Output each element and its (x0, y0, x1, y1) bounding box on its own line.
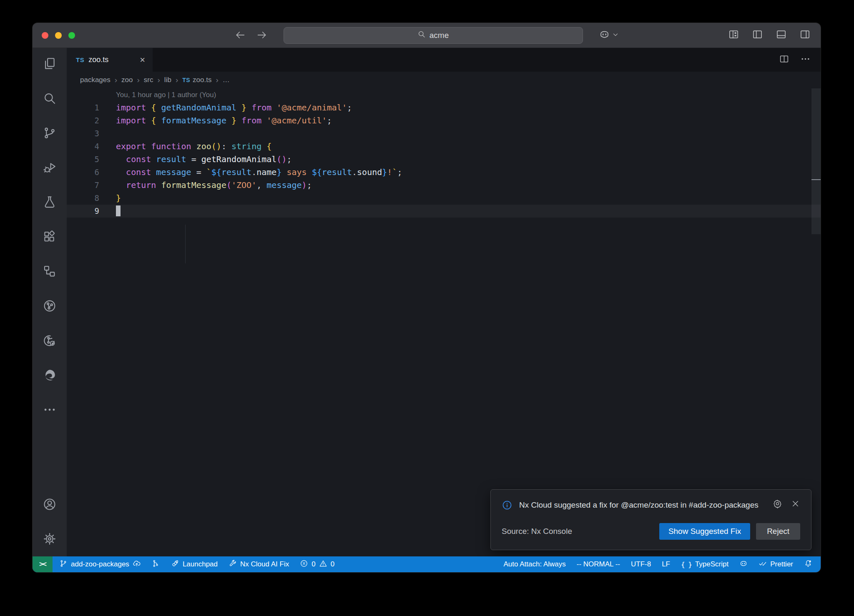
editor-more-actions-button[interactable] (800, 54, 811, 66)
explorer-icon (43, 57, 57, 73)
activity-bar (33, 48, 67, 556)
line-number: 2 (67, 114, 99, 127)
activity-item-testing[interactable] (42, 195, 57, 210)
forward-button[interactable] (256, 29, 269, 42)
status-eol[interactable]: LF (662, 560, 670, 568)
breadcrumb: packages›zoo›src›lib›TSzoo.ts›… (67, 72, 821, 88)
status-prettier[interactable]: Prettier (759, 559, 793, 570)
toggle-primary-sidebar-button[interactable] (752, 29, 763, 42)
activity-item-source-control[interactable] (42, 126, 57, 141)
title-bar: acme (33, 23, 821, 48)
run-debug-icon (43, 160, 57, 176)
status-text: Nx Cloud AI Fix (240, 560, 289, 568)
line-content[interactable]: export function zoo(): string { (99, 140, 271, 153)
activity-item-hierarchy[interactable] (42, 265, 57, 280)
code-line-6: 6 const message = `${result.name} says $… (67, 166, 821, 179)
code-line-5: 5 const result = getRandomAnimal(); (67, 153, 821, 166)
activity-item-more[interactable] (42, 403, 57, 418)
line-number: 7 (67, 179, 99, 192)
activity-item-gitlens[interactable] (42, 334, 57, 349)
source-control-icon (43, 126, 57, 142)
split-editor-button[interactable] (779, 54, 789, 66)
status-encoding[interactable]: UTF-8 (631, 560, 651, 568)
line-content[interactable] (99, 127, 116, 140)
activity-item-edge[interactable] (42, 368, 57, 383)
status-language-typescript[interactable]: { }TypeScript (681, 560, 728, 568)
breadcrumb-overflow[interactable]: … (223, 76, 231, 84)
code-line-7: 7 return formatMessage('ZOO', message); (67, 179, 821, 192)
line-content[interactable]: const result = getRandomAnimal(); (99, 153, 291, 166)
line-number: 3 (67, 127, 99, 140)
notification-source: Source: Nx Console (502, 527, 572, 536)
status-nx-cloud-ai-fix[interactable]: Nx Cloud AI Fix (229, 559, 289, 570)
line-content[interactable]: import { formatMessage } from '@acme/uti… (99, 114, 332, 127)
line-content[interactable]: const message = `${result.name} says ${r… (99, 166, 402, 179)
notification-message: Nx Cloud suggested a fix for @acme/zoo:t… (519, 499, 763, 511)
tab-bar: TS zoo.ts × (67, 48, 821, 72)
show-suggested-fix-button[interactable]: Show Suggested Fix (659, 523, 750, 540)
copilot-icon (599, 29, 610, 42)
breadcrumb-item-zoo[interactable]: zoo (121, 76, 133, 84)
editor: packages›zoo›src›lib›TSzoo.ts›… You, 1 h… (67, 72, 821, 556)
activity-item-run-debug[interactable] (42, 161, 57, 176)
nx-console-icon (43, 299, 57, 315)
traffic-lights (42, 32, 75, 39)
status-notifications[interactable] (804, 559, 812, 570)
command-center-search[interactable]: acme (284, 27, 583, 44)
breadcrumb-item-src[interactable]: src (144, 76, 153, 84)
line-content[interactable]: import { getRandomAnimal } from '@acme/a… (99, 101, 352, 114)
code-line-9: 9 (67, 205, 821, 218)
breadcrumb-item-packages[interactable]: packages (80, 76, 111, 84)
toggle-secondary-sidebar-button[interactable] (799, 29, 811, 42)
tab-close-button[interactable]: × (140, 55, 145, 65)
line-number: 5 (67, 153, 99, 166)
line-content[interactable]: return formatMessage('ZOO', message); (99, 179, 312, 192)
status-problems[interactable]: 00 (300, 559, 334, 570)
status-vim-mode[interactable]: -- NORMAL -- (577, 560, 620, 568)
edge-icon (43, 368, 57, 384)
reject-button[interactable]: Reject (756, 523, 800, 540)
activity-item-search[interactable] (42, 92, 57, 107)
status-source-control-graph[interactable] (152, 559, 160, 570)
copilot-icon (739, 559, 748, 570)
typescript-file-icon: TS (76, 56, 84, 63)
copilot-menu[interactable] (599, 29, 619, 42)
notification-settings-gear-icon[interactable] (773, 499, 782, 510)
customize-layout-button[interactable] (728, 29, 739, 42)
tab-label: zoo.ts (88, 55, 108, 64)
breadcrumb-item-file[interactable]: TSzoo.ts (182, 76, 211, 84)
editor-scrollbar[interactable] (811, 88, 821, 234)
code-line-4: 4export function zoo(): string { (67, 140, 821, 153)
remote-indicator[interactable]: >< (33, 556, 53, 572)
activity-item-settings[interactable] (42, 532, 57, 547)
status-branch[interactable]: add-zoo-packages (59, 559, 141, 570)
breadcrumb-item-lib[interactable]: lib (164, 76, 171, 84)
status-launchpad[interactable]: Launchpad (171, 559, 218, 570)
status-text: TypeScript (695, 560, 728, 568)
status-auto-attach[interactable]: Auto Attach: Always (503, 560, 565, 568)
notification-close-icon[interactable] (791, 499, 800, 510)
activity-item-extensions[interactable] (42, 230, 57, 245)
toggle-panel-button[interactable] (776, 29, 787, 42)
activity-item-explorer[interactable] (42, 57, 57, 72)
tab-zoo-ts[interactable]: TS zoo.ts × (67, 48, 153, 72)
status-copilot[interactable] (739, 559, 748, 570)
line-content[interactable] (99, 205, 121, 218)
testing-icon (43, 195, 57, 211)
close-window-button[interactable] (42, 32, 48, 39)
line-content[interactable]: } (99, 192, 121, 205)
minimize-window-button[interactable] (55, 32, 62, 39)
error-circle-icon (300, 559, 308, 570)
code-line-3: 3 (67, 127, 821, 140)
back-button[interactable] (234, 29, 247, 42)
line-number: 1 (67, 101, 99, 114)
info-icon (502, 500, 512, 512)
chevron-down-icon (612, 31, 619, 40)
activity-item-account[interactable] (42, 498, 57, 513)
line-number: 6 (67, 166, 99, 179)
braces-icon: { } (681, 561, 692, 568)
editor-cursor (116, 205, 121, 216)
activity-item-nx-console[interactable] (42, 299, 57, 314)
zoom-window-button[interactable] (68, 32, 75, 39)
warning-triangle-icon (319, 559, 327, 570)
